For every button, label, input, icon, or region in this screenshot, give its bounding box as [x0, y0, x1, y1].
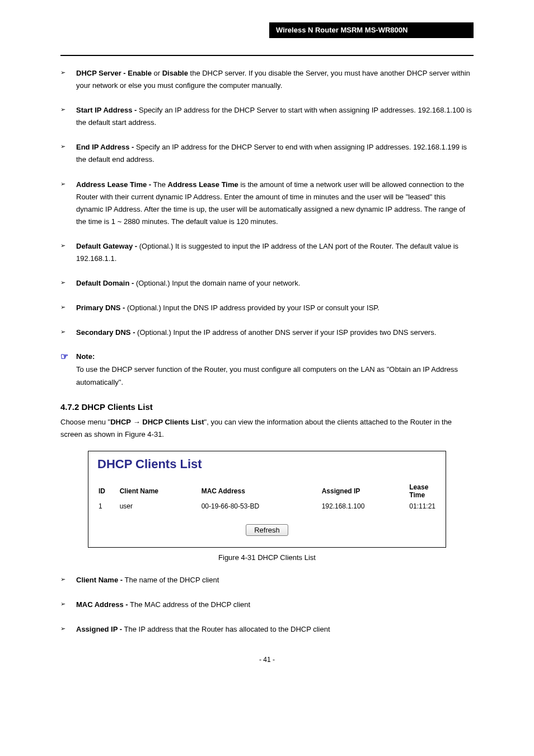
term: Address Lease Time - [76, 180, 151, 189]
intro-pre: Choose menu " [60, 418, 110, 426]
list-item: Address Lease Time - The Address Lease T… [60, 179, 474, 228]
term: Default Domain - [76, 279, 134, 287]
desc: The IP address that the Router has alloc… [122, 625, 330, 633]
client-fields-list: Client Name - The name of the DHCP clien… [60, 574, 474, 636]
term: Secondary DNS - [76, 328, 135, 337]
list-item: Secondary DNS - (Optional.) Input the IP… [60, 326, 474, 339]
term-sep: or [152, 69, 162, 77]
term: Client Name - [76, 576, 123, 584]
desc: The MAC address of the DHCP client [128, 600, 250, 609]
term: Default Gateway - [76, 242, 137, 250]
figure-caption: Figure 4-31 DHCP Clients List [60, 553, 474, 562]
table-header-row: ID Client Name MAC Address Assigned IP L… [96, 482, 438, 501]
table-row: 1 user 00-19-66-80-53-BD 192.168.1.100 0… [96, 501, 438, 512]
figure-dhcp-clients: DHCP Clients List ID Client Name MAC Add… [88, 451, 446, 548]
list-item: MAC Address - The MAC address of the DHC… [60, 599, 474, 611]
section-intro: Choose menu "DHCP → DHCP Clients List", … [60, 416, 474, 441]
desc: Specify an IP address for the DHCP Serve… [76, 143, 467, 164]
term: End IP Address - [76, 143, 134, 151]
page-number: - 41 - [60, 656, 474, 664]
list-item: Assigned IP - The IP address that the Ro… [60, 623, 474, 636]
col-ip: Assigned IP [320, 482, 407, 501]
list-item: Default Domain - (Optional.) Input the d… [60, 277, 474, 290]
term: Primary DNS - [76, 304, 125, 312]
cell-id: 1 [96, 501, 118, 512]
desc: (Optional.) Input the domain name of you… [134, 279, 300, 287]
clients-table: ID Client Name MAC Address Assigned IP L… [96, 482, 438, 512]
hand-point-icon: ☞ [60, 351, 68, 362]
col-name: Client Name [118, 482, 199, 501]
cell-name: user [118, 501, 199, 512]
cell-lease: 01:11:21 [407, 501, 438, 512]
list-item: End IP Address - Specify an IP address f… [60, 141, 474, 166]
desc: (Optional.) Input the IP address of anot… [135, 328, 436, 337]
cell-mac: 00-19-66-80-53-BD [199, 501, 320, 512]
menu-dhcp: DHCP [110, 418, 131, 426]
header-product: Wireless N Router MSRM MS-WR800N [269, 22, 474, 38]
col-mac: MAC Address [199, 482, 320, 501]
term: MAC Address - [76, 600, 128, 609]
dhcp-settings-list: DHCP Server - Enable or Disable the DHCP… [60, 67, 474, 339]
note-block: ☞ Note: To use the DHCP server function … [60, 351, 474, 388]
list-item: Client Name - The name of the DHCP clien… [60, 574, 474, 586]
note-label: Note: [76, 352, 95, 361]
list-item: Default Gateway - (Optional.) It is sugg… [60, 240, 474, 265]
desc: (Optional.) Input the DNS IP address pro… [125, 304, 380, 312]
list-item: Start IP Address - Specify an IP address… [60, 104, 474, 129]
note-text: To use the DHCP server function of the R… [76, 363, 474, 388]
term: Start IP Address - [76, 106, 137, 114]
cell-ip: 192.168.1.100 [320, 501, 407, 512]
desc: The name of the DHCP client [123, 576, 219, 584]
header-rule [60, 55, 474, 56]
term: Assigned IP - [76, 625, 122, 633]
menu-clients-list: DHCP Clients List [142, 418, 204, 426]
section-heading: 4.7.2 DHCP Clients List [60, 402, 474, 412]
list-item: DHCP Server - Enable or Disable the DHCP… [60, 67, 474, 92]
col-lease: Lease Time [407, 482, 438, 501]
arrow-right-icon: → [133, 416, 140, 428]
term2: Disable [162, 69, 188, 77]
term: DHCP Server - Enable [76, 69, 152, 77]
refresh-button[interactable]: Refresh [246, 524, 288, 536]
figure-title: DHCP Clients List [97, 457, 438, 472]
col-id: ID [96, 482, 118, 501]
list-item: Primary DNS - (Optional.) Input the DNS … [60, 302, 474, 314]
term-inner: Address Lease Time [168, 180, 238, 189]
desc-pre: The [151, 180, 167, 189]
